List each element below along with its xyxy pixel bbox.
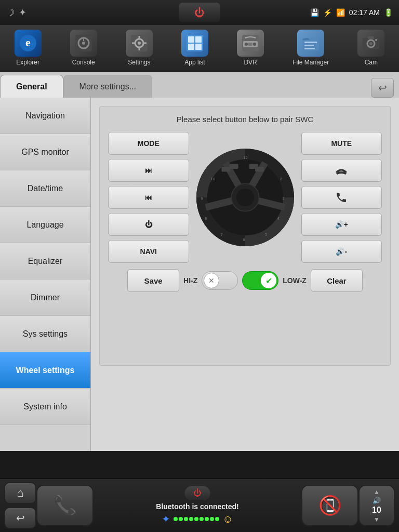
steering-wheel: 12 2 10 3 9 4 8 5 7 6 [193, 145, 297, 249]
swc-left-buttons: MODE ⏭ ⏮ ⏻ NAVI [108, 132, 189, 263]
sidebar-item-datetime[interactable]: Date/time [0, 170, 90, 207]
btn-vol-up[interactable]: 🔊+ [301, 213, 382, 236]
svg-rect-22 [248, 43, 252, 46]
bt-dot-8 [210, 517, 214, 521]
btn-hang-up[interactable] [301, 159, 382, 182]
explorer-icon: e [15, 30, 42, 57]
sidebar-item-dimmer[interactable]: Dimmer [0, 280, 90, 316]
explorer-label: Explorer [16, 59, 39, 66]
svg-rect-43 [249, 164, 258, 169]
low-z-label: LOW-Z [283, 276, 307, 285]
svg-rect-41 [229, 164, 238, 169]
svg-text:12: 12 [243, 155, 247, 160]
svg-text:5: 5 [265, 232, 267, 237]
svg-point-21 [253, 43, 256, 46]
tab-general[interactable]: General [0, 75, 63, 98]
app-bar: e Explorer Console [0, 25, 399, 72]
bt-dot-6 [200, 517, 204, 521]
volume-control[interactable]: ▲ 🔊 10 ▼ [358, 485, 395, 526]
answer-icon [335, 191, 348, 204]
sidebar-item-system-info[interactable]: System info [0, 389, 90, 425]
bottom-bar: ⌂ ↩ 📞 ⏻ Bluetooth is connected! ✦ ☺ 📵 [0, 478, 399, 532]
app-explorer[interactable]: e Explorer [9, 26, 47, 69]
status-right: 💾 ⚡ 📶 02:17 AM 🔋 [310, 8, 393, 17]
center-info: ⏻ Bluetooth is connected! ✦ ☺ [94, 486, 301, 525]
swc-layout: MODE ⏭ ⏮ ⏻ NAVI [108, 132, 382, 263]
svg-point-8 [138, 42, 141, 45]
svg-text:3: 3 [282, 196, 284, 201]
swc-area: Please select button below to pair SWC M… [99, 106, 391, 366]
swc-right-buttons: MUTE 🔊+ [301, 132, 382, 263]
svg-rect-40 [221, 167, 230, 172]
cam-icon [357, 30, 384, 57]
svg-text:e: e [25, 36, 31, 49]
svg-text:4: 4 [277, 216, 279, 221]
hang-up-button[interactable]: 📵 [301, 485, 358, 526]
sidebar-item-language[interactable]: Language [0, 207, 90, 243]
btn-mode[interactable]: MODE [108, 132, 189, 155]
power-swc-icon: ⏻ [145, 220, 152, 229]
vol-up-arrow: ▲ [374, 488, 380, 496]
clock: 02:17 AM [349, 8, 380, 17]
btn-vol-down[interactable]: 🔊- [301, 240, 382, 263]
app-filemanager[interactable]: File Manager [287, 26, 334, 69]
svg-point-5 [82, 42, 85, 45]
prev-track-icon: ⏮ [145, 193, 152, 202]
back-button[interactable]: ↩ [371, 78, 394, 98]
toggle-off-knob: ✕ [204, 273, 219, 288]
power-center-button[interactable]: ⏻ [184, 486, 210, 500]
volume-number: 10 [372, 506, 381, 515]
svg-text:10: 10 [210, 177, 215, 181]
btn-mute[interactable]: MUTE [301, 132, 382, 155]
dvr-label: DVR [244, 59, 257, 66]
settings-label: Settings [128, 59, 150, 66]
bt-dot-2 [179, 517, 183, 521]
wifi-icon: 📶 [336, 8, 345, 17]
home-button[interactable]: ⌂ [4, 482, 36, 504]
settings-panel: Please select button below to pair SWC M… [91, 98, 399, 451]
btn-answer[interactable] [301, 186, 382, 209]
answer-call-button[interactable]: 📞 [36, 485, 94, 526]
power-button[interactable]: ⏻ [179, 3, 220, 22]
bluetooth-status-text: Bluetooth is connected! [156, 502, 238, 511]
sidebar-item-equalizer[interactable]: Equalizer [0, 243, 90, 280]
back-nav-button[interactable]: ↩ [4, 507, 36, 529]
low-z-toggle[interactable]: ✔ [242, 271, 278, 290]
app-settings[interactable]: Settings [121, 26, 158, 69]
sidebar-item-navigation[interactable]: Navigation [0, 98, 90, 134]
sidebar-item-sys-settings[interactable]: Sys settings [0, 316, 90, 352]
svg-point-29 [369, 42, 373, 45]
save-button[interactable]: Save [127, 269, 179, 292]
app-dvr[interactable]: DVR [232, 26, 269, 69]
btn-navi[interactable]: NAVI [108, 240, 189, 263]
hang-up-icon [334, 164, 349, 177]
svg-rect-15 [195, 36, 202, 43]
vol-down-arrow: ▼ [374, 516, 380, 523]
hi-z-toggle[interactable]: ✕ [202, 271, 238, 290]
svg-rect-25 [304, 45, 314, 46]
btn-next-track[interactable]: ⏭ [108, 159, 189, 182]
clear-button[interactable]: Clear [311, 269, 363, 292]
applist-label: App list [184, 59, 205, 66]
settings-icon [126, 30, 153, 57]
app-console[interactable]: Console [65, 26, 102, 69]
svg-text:9: 9 [201, 196, 203, 201]
sidebar-item-wheel-settings[interactable]: Wheel settings [0, 352, 90, 389]
swc-bottom-row: Save HI-Z ✕ ✔ LOW-Z Clear [108, 269, 382, 292]
sidebar-item-gps-monitor[interactable]: GPS monitor [0, 134, 90, 170]
app-cam[interactable]: Cam [352, 26, 390, 69]
svg-rect-17 [195, 44, 202, 50]
vol-up-icon: 🔊+ [335, 220, 348, 229]
bluetooth-icon: ⚡ [323, 8, 332, 17]
sd-icon: 💾 [310, 8, 319, 17]
btn-prev-track[interactable]: ⏮ [108, 186, 189, 209]
bt-dot-7 [205, 517, 209, 521]
app-applist[interactable]: App list [176, 26, 214, 69]
btn-power[interactable]: ⏻ [108, 213, 189, 236]
vol-down-icon: 🔊- [336, 247, 347, 256]
volume-label: 🔊 [373, 497, 381, 504]
toggle-on-knob: ✔ [261, 273, 276, 288]
tab-more-settings[interactable]: More settings... [63, 75, 152, 98]
moon-icon: ☽ [6, 7, 15, 18]
wheel-svg: 12 2 10 3 9 4 8 5 7 6 [196, 148, 295, 247]
